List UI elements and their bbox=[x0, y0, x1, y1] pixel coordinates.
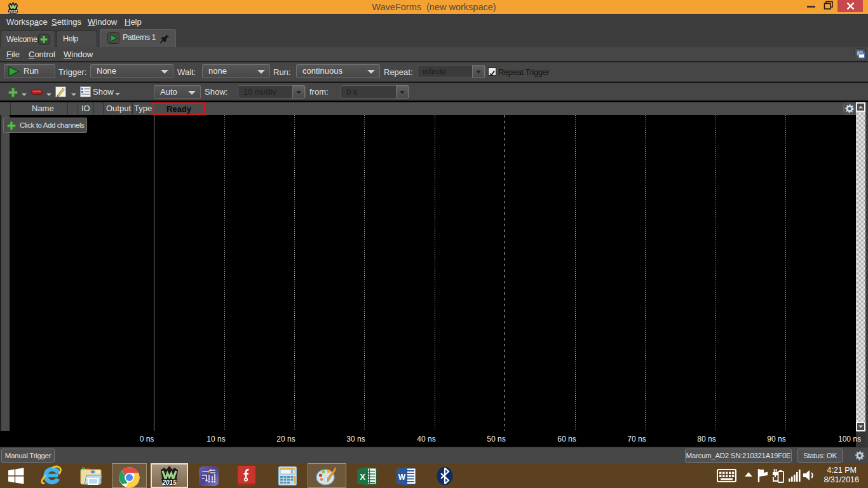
svg-text:0: 0 bbox=[290, 470, 293, 474]
svg-text:X: X bbox=[360, 472, 365, 482]
svg-text:2015: 2015 bbox=[8, 10, 18, 13]
svg-text:2015: 2015 bbox=[161, 479, 177, 486]
svg-text:W: W bbox=[398, 473, 406, 482]
